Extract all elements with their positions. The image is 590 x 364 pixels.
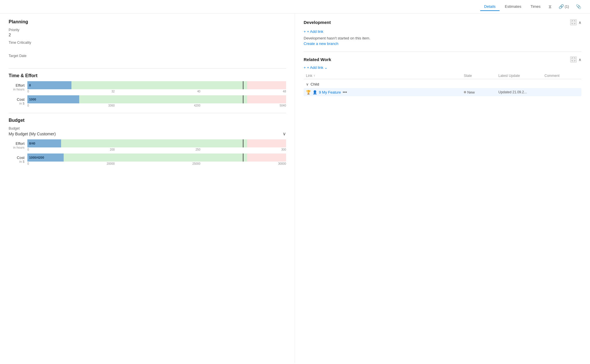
child-collapse-icon: ∨	[306, 82, 309, 86]
create-branch-link[interactable]: Create a new branch	[304, 41, 339, 46]
cost-tick-3: 5040	[280, 104, 286, 107]
link-icon: 🔗	[559, 4, 564, 9]
add-link-label: + Add link	[307, 29, 324, 34]
b-cost-tick-2: 25000	[192, 162, 201, 165]
add-link-label-2: + Add link	[307, 65, 324, 70]
item-latest-update: Updated 21.09.2...	[498, 90, 544, 94]
effort-tick-1: 32	[111, 90, 115, 93]
top-bar: Details Estimates Times ⧖ 🔗 (1) 📎	[0, 0, 590, 14]
effort-bar-value: 8	[29, 84, 31, 87]
table-header-link[interactable]: Link ↑	[306, 74, 464, 78]
budget-effort-blue-bar: 8/40	[27, 139, 61, 147]
item-state-value: New	[467, 90, 475, 94]
related-work-add-link-btn[interactable]: + + Add link ⌄	[304, 65, 328, 70]
dev-no-start-text: Development hasn't started on this item.	[304, 36, 581, 40]
link-icon-btn[interactable]: 🔗 (1)	[556, 2, 572, 11]
comment-col-label: Comment	[544, 74, 579, 78]
effort-chart: Effort in hours 8	[9, 81, 286, 107]
tab-times[interactable]: Times	[526, 3, 544, 11]
development-collapse-btn[interactable]: ∧	[578, 20, 581, 25]
budget-cost-ticks: 0 20000 25000 30000	[27, 162, 286, 165]
time-effort-section: Time & Effort Effort in hours 8	[9, 73, 286, 107]
budget-title: Budget	[9, 118, 286, 123]
item-id-name[interactable]: 9 My Feature	[319, 90, 341, 94]
attach-icon-btn[interactable]: 📎	[573, 2, 584, 11]
planning-section: Planning Priority 2 Time Criticality Tar…	[9, 19, 286, 64]
budget-dropdown-row: My Budget (My Customer) ∨	[9, 131, 286, 136]
tab-estimates[interactable]: Estimates	[501, 3, 525, 11]
budget-cost-blue-bar: 1000/4200	[27, 153, 64, 162]
table-row: 🏆 👤 9 My Feature ••• New Updated 21.09.2…	[304, 88, 581, 96]
right-panel: Development ⛶ ∧ + + Add link Development…	[295, 14, 590, 363]
sort-icon: ↑	[313, 74, 315, 78]
attach-icon: 📎	[576, 4, 581, 9]
cost-pink-bar	[247, 95, 286, 103]
priority-label: Priority	[9, 28, 286, 32]
effort-tick-3: 48	[283, 90, 286, 93]
cost-tick-0: 0	[27, 104, 29, 107]
budget-effort-ticks: 0 200 250 300	[27, 148, 286, 151]
budget-value: My Budget (My Customer)	[9, 132, 56, 136]
budget-field-label: Budget	[9, 126, 286, 130]
history-icon-btn[interactable]: ⧖	[546, 2, 555, 11]
budget-effort-bar-value: 8/40	[29, 142, 35, 145]
b-cost-tick-0: 0	[27, 162, 29, 165]
table-header: Link ↑ State Latest Update Comment	[304, 73, 581, 79]
cost-marker	[243, 95, 243, 103]
time-effort-title: Time & Effort	[9, 73, 286, 78]
child-row-header[interactable]: ∨ Child	[304, 80, 581, 88]
development-add-link-btn[interactable]: + + Add link	[304, 29, 323, 34]
effort-ticks: 0 32 40 48	[27, 90, 286, 93]
effort-pink-bar	[247, 81, 286, 89]
cost-tick-2: 4200	[194, 104, 200, 107]
latest-update-col-label: Latest Update	[498, 74, 544, 78]
budget-effort-green-bar	[61, 139, 247, 147]
history-icon: ⧖	[549, 4, 552, 9]
effort-green-bar	[71, 81, 247, 89]
effort-tick-0: 0	[27, 90, 29, 93]
development-expand-btn[interactable]: ⛶	[570, 19, 577, 25]
add-link-chevron-icon: ⌄	[324, 65, 328, 70]
cost-bar-value: 1000	[29, 98, 36, 101]
effort-blue-bar: 8	[27, 81, 71, 89]
development-panel-icons: ⛶ ∧	[570, 19, 581, 25]
budget-chevron-icon[interactable]: ∨	[283, 131, 286, 136]
budget-section: Budget Budget My Budget (My Customer) ∨ …	[9, 118, 286, 165]
development-section: Development ⛶ ∧ + + Add link Development…	[304, 19, 581, 46]
budget-cost-pink-bar	[247, 153, 286, 162]
cost-label: Cost in $	[9, 97, 27, 105]
budget-cost-bar-value: 1000/4200	[29, 156, 44, 159]
time-criticality-value	[9, 45, 286, 50]
link-col-label: Link	[306, 74, 312, 78]
child-label: Child	[311, 82, 319, 86]
link-count: (1)	[565, 5, 569, 9]
related-work-expand-btn[interactable]: ⛶	[570, 56, 577, 62]
related-work-panel-icons: ⛶ ∧	[570, 56, 581, 62]
plus-icon: +	[304, 29, 306, 34]
item-link-cell: 🏆 👤 9 My Feature •••	[306, 90, 464, 94]
related-work-collapse-btn[interactable]: ∧	[578, 57, 581, 62]
cost-ticks: 0 3360 4200 5040	[27, 104, 286, 107]
b-effort-tick-2: 250	[196, 148, 201, 151]
priority-value: 2	[9, 33, 286, 37]
cost-green-bar	[79, 95, 247, 103]
effort-label: Effort in hours	[9, 83, 27, 91]
item-more-btn[interactable]: •••	[343, 90, 347, 94]
tab-details[interactable]: Details	[480, 3, 500, 11]
budget-effort-label: Effort in hours	[9, 141, 27, 149]
plus-icon-2: +	[304, 65, 306, 70]
budget-cost-green-bar	[64, 153, 247, 162]
related-work-title: Related Work	[304, 57, 331, 62]
budget-cost-label: Cost in $	[9, 156, 27, 163]
budget-effort-marker	[243, 139, 243, 147]
planning-title: Planning	[9, 19, 286, 24]
effort-marker	[243, 81, 243, 89]
development-title: Development	[304, 20, 331, 25]
trophy-icon: 🏆	[306, 90, 311, 94]
status-dot	[464, 91, 466, 93]
budget-effort-pink-bar	[247, 139, 286, 147]
item-state-cell: New	[464, 90, 498, 94]
b-cost-tick-3: 30000	[278, 162, 286, 165]
b-effort-tick-3: 300	[281, 148, 286, 151]
effort-tick-2: 40	[197, 90, 200, 93]
